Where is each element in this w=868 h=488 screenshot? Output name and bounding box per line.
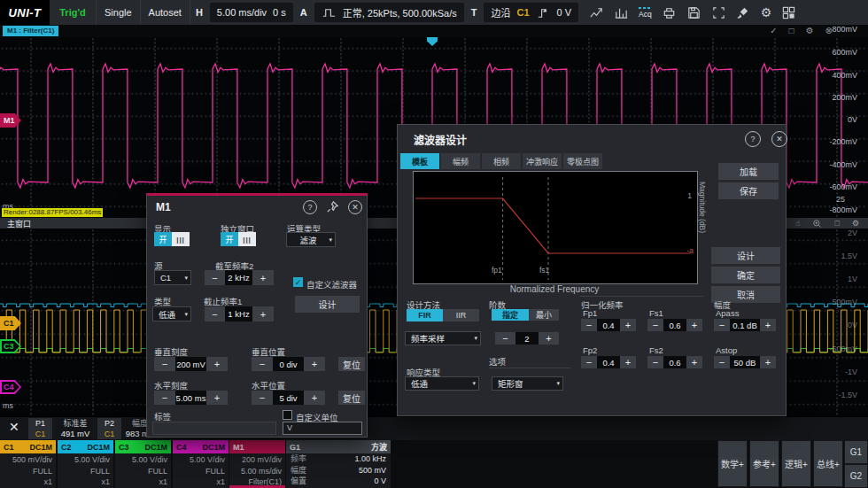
- vpos-plus-button[interactable]: +: [304, 357, 325, 371]
- settings-gear-icon[interactable]: ⚙: [761, 5, 772, 20]
- custom-unit-checkbox[interactable]: [283, 410, 292, 420]
- label-input[interactable]: [152, 422, 276, 435]
- ok-button[interactable]: 确定: [711, 267, 780, 283]
- help-icon[interactable]: ?: [303, 200, 317, 214]
- display-toggle[interactable]: 开|||: [154, 232, 190, 246]
- c4-channel-marker[interactable]: C4: [0, 380, 21, 394]
- fp1-plus-button[interactable]: +: [620, 319, 636, 331]
- window-icon[interactable]: □: [834, 219, 839, 228]
- measurement-p1[interactable]: P1 C1: [28, 418, 52, 439]
- cutoff1-minus-button[interactable]: −: [205, 306, 225, 321]
- channel-card-c1[interactable]: C1DC1M 500 mV/divFULLx1: [0, 440, 56, 488]
- tab-impulse-response[interactable]: 冲激响应: [523, 153, 562, 169]
- tab-pole-zero[interactable]: 零极点图: [563, 153, 602, 169]
- fs2-minus-button[interactable]: −: [647, 356, 663, 368]
- load-button[interactable]: 加载: [718, 163, 779, 180]
- vpos-reset-button[interactable]: 复位: [338, 357, 365, 371]
- m1-channel-marker[interactable]: M1: [0, 113, 21, 128]
- channel-card-c4[interactable]: C4DC1M 5.00 V/divFULLx1: [173, 440, 229, 488]
- bus-add-button[interactable]: 总线+: [813, 440, 843, 487]
- window-close-icon[interactable]: ⊗: [825, 26, 833, 35]
- pin-icon[interactable]: [326, 200, 339, 213]
- fir-button[interactable]: FIR: [407, 309, 443, 321]
- order-plus-button[interactable]: +: [539, 332, 559, 345]
- fs1-plus-button[interactable]: +: [686, 319, 702, 331]
- cutoff1-plus-button[interactable]: +: [252, 306, 274, 321]
- hpos-minus-button[interactable]: −: [252, 391, 273, 405]
- order-min-button[interactable]: 最小: [529, 309, 559, 321]
- math-card-m1[interactable]: M1 200 mV/div5.00 ms/divFilter(C1): [229, 440, 285, 488]
- histogram-icon[interactable]: [614, 5, 629, 20]
- fp1-minus-button[interactable]: −: [581, 319, 597, 331]
- operation-type-dropdown[interactable]: 滤波▾: [286, 232, 336, 247]
- math-add-button[interactable]: 数学+: [717, 440, 748, 487]
- touch-icon[interactable]: ☝: [795, 219, 800, 228]
- acquire-display[interactable]: 正常, 25kPts, 500.00kSa/s: [314, 3, 464, 22]
- acquire-menu-icon[interactable]: Acq: [639, 7, 652, 18]
- order-specify-button[interactable]: 指定: [492, 309, 529, 321]
- window-gear-icon[interactable]: ⚙: [806, 26, 814, 35]
- autoset-button[interactable]: Autoset: [141, 0, 190, 25]
- design-method-dropdown[interactable]: 频率采样▾: [405, 331, 481, 345]
- tab-phase[interactable]: 相频: [482, 153, 521, 169]
- vscale-plus-button[interactable]: +: [206, 357, 228, 371]
- save-icon[interactable]: [686, 5, 701, 20]
- independent-window-toggle[interactable]: 开|||: [221, 232, 256, 246]
- tab-m1-filter[interactable]: M1 : Filter(C1): [3, 26, 58, 36]
- measure-trend-icon[interactable]: [589, 5, 604, 20]
- single-button[interactable]: Single: [97, 0, 141, 25]
- unit-input[interactable]: V: [283, 422, 362, 435]
- gear-icon[interactable]: ⚙: [852, 219, 859, 228]
- source-dropdown[interactable]: C1▾: [154, 270, 191, 285]
- astop-minus-button[interactable]: −: [714, 356, 730, 368]
- iir-button[interactable]: IIR: [443, 309, 479, 321]
- fs1-minus-button[interactable]: −: [647, 319, 663, 331]
- channel-card-c3[interactable]: C3DC1M 5.00 V/divFULLx1: [115, 440, 171, 488]
- printer-icon[interactable]: [662, 5, 677, 20]
- brush-icon[interactable]: [736, 5, 751, 20]
- hscale-plus-button[interactable]: +: [206, 391, 228, 405]
- design-button[interactable]: 设计: [295, 296, 360, 313]
- cutoff2-plus-button[interactable]: +: [252, 270, 274, 285]
- save-button[interactable]: 保存: [718, 182, 779, 199]
- response-type-dropdown[interactable]: 低通▾: [405, 376, 479, 391]
- zoom-in-icon[interactable]: [812, 219, 822, 229]
- logic-add-button[interactable]: 逻辑+: [781, 440, 811, 487]
- close-icon[interactable]: ✕: [348, 200, 362, 214]
- generator-card-g1[interactable]: G1方波 频率1.00 kHz 幅度500 mV 偏置0 V: [286, 440, 391, 488]
- apass-plus-button[interactable]: +: [760, 319, 776, 331]
- tab-magnitude[interactable]: 幅频: [441, 153, 480, 169]
- timebase-display[interactable]: 5.00 ms/div 0 s: [210, 3, 293, 22]
- c1-channel-marker[interactable]: C1: [0, 316, 21, 330]
- hpos-plus-button[interactable]: +: [304, 391, 325, 405]
- window-icon[interactable]: □: [789, 26, 794, 35]
- trigger-display[interactable]: 边沿 C1 0 V: [484, 3, 578, 22]
- fs2-plus-button[interactable]: +: [686, 356, 702, 368]
- wave-check-icon[interactable]: ✓: [770, 26, 777, 35]
- close-measurements-icon[interactable]: ✕: [9, 420, 19, 434]
- astop-plus-button[interactable]: +: [760, 356, 776, 368]
- vscale-minus-button[interactable]: −: [154, 357, 175, 371]
- filter-type-dropdown[interactable]: 低通▾: [152, 306, 191, 321]
- design-button[interactable]: 设计: [711, 247, 780, 264]
- custom-filter-checkbox[interactable]: ✓: [293, 277, 303, 287]
- screenshot-frame-icon[interactable]: [711, 5, 726, 20]
- hpos-reset-button[interactable]: 复位: [338, 391, 365, 405]
- tab-template[interactable]: 模板: [400, 153, 439, 169]
- vpos-minus-button[interactable]: −: [252, 357, 273, 371]
- options-dropdown[interactable]: 矩形窗▾: [492, 376, 563, 391]
- cutoff2-minus-button[interactable]: −: [205, 270, 225, 285]
- measurement-p2[interactable]: P2 C1: [97, 418, 121, 439]
- order-minus-button[interactable]: −: [495, 332, 515, 345]
- apass-minus-button[interactable]: −: [714, 319, 730, 331]
- fp2-minus-button[interactable]: −: [581, 356, 597, 368]
- trigger-position-marker[interactable]: [427, 37, 438, 46]
- fp2-plus-button[interactable]: +: [620, 356, 636, 368]
- c3-channel-marker[interactable]: C3: [0, 339, 21, 353]
- g2-button[interactable]: G2: [844, 464, 868, 488]
- help-icon[interactable]: ?: [745, 131, 761, 147]
- channel-card-c2[interactable]: C2DC1M 5.00 V/divFULLx1: [58, 440, 113, 488]
- close-icon[interactable]: ✕: [771, 131, 787, 147]
- ref-add-button[interactable]: 参考+: [749, 440, 779, 487]
- layout-grid-icon[interactable]: [781, 5, 796, 20]
